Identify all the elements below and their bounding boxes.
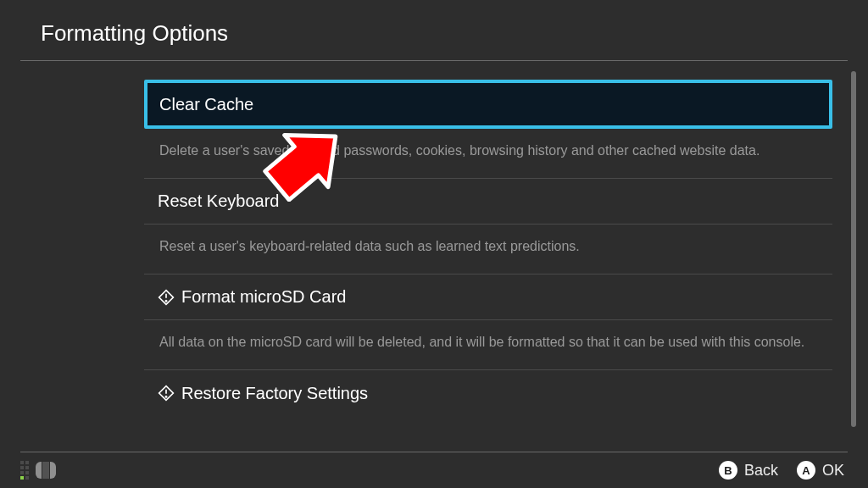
option-desc: All data on the microSD card will be del… [144,320,832,370]
a-button-icon: A [797,461,815,480]
option-format-microsd: Format microSD Card All data on the micr… [144,274,832,370]
options-list: Clear Cache Delete a user's saved IDs an… [144,64,832,452]
option-title: Restore Factory Settings [181,384,368,403]
controller-battery-icon [20,461,29,480]
option-restore-factory: Restore Factory Settings [144,370,832,416]
scrollbar-thumb[interactable] [851,71,856,427]
option-clear-cache: Clear Cache Delete a user's saved IDs an… [144,80,832,179]
footer-actions: B Back A OK [719,461,844,480]
option-row-restore-factory[interactable]: Restore Factory Settings [144,370,832,416]
ok-label: OK [822,462,844,480]
joycon-icon [36,462,56,479]
svg-point-3 [165,396,166,397]
back-label: Back [744,462,778,480]
option-desc: Reset a user's keyboard-related data suc… [144,225,832,274]
warning-icon [158,385,175,402]
page-title: Formatting Options [41,20,868,47]
option-row-reset-keyboard[interactable]: Reset Keyboard [144,179,832,225]
footer: B Back A OK [0,452,868,488]
warning-icon [158,289,175,306]
option-title: Clear Cache [159,95,253,114]
b-button-icon: B [719,461,737,480]
option-reset-keyboard: Reset Keyboard Reset a user's keyboard-r… [144,179,832,274]
option-desc: Delete a user's saved IDs and passwords,… [144,129,832,179]
ok-action[interactable]: A OK [797,461,844,480]
svg-point-1 [165,300,166,301]
option-title: Reset Keyboard [158,191,279,211]
header: Formatting Options [0,0,868,60]
controller-status [20,461,56,480]
option-row-clear-cache[interactable]: Clear Cache [144,80,832,129]
option-title: Format microSD Card [181,287,346,307]
option-row-format-microsd[interactable]: Format microSD Card [144,274,832,320]
back-action[interactable]: B Back [719,461,778,480]
scrollbar-track[interactable] [851,71,856,444]
divider [20,60,848,61]
